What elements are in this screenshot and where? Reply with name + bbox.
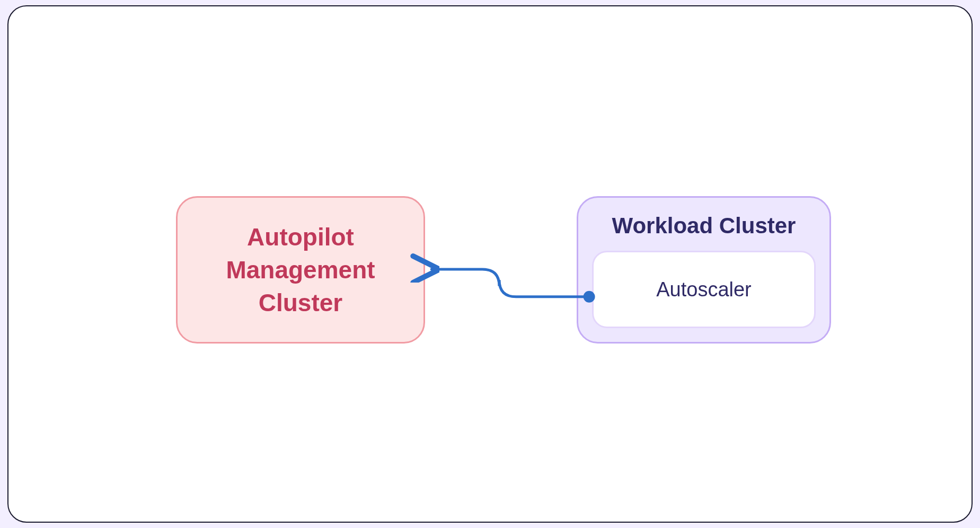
autoscaler-label: Autoscaler [656, 278, 752, 301]
edge-autoscaler-to-autopilot [431, 269, 589, 297]
autopilot-title: AutopilotManagementCluster [226, 221, 375, 319]
diagram-canvas: AutopilotManagementCluster Workload Clus… [7, 5, 973, 523]
workload-cluster-node: Workload Cluster Autoscaler [577, 196, 831, 344]
workload-cluster-title: Workload Cluster [612, 213, 796, 239]
autoscaler-node: Autoscaler [592, 251, 816, 328]
autopilot-management-cluster-node: AutopilotManagementCluster [176, 196, 425, 344]
